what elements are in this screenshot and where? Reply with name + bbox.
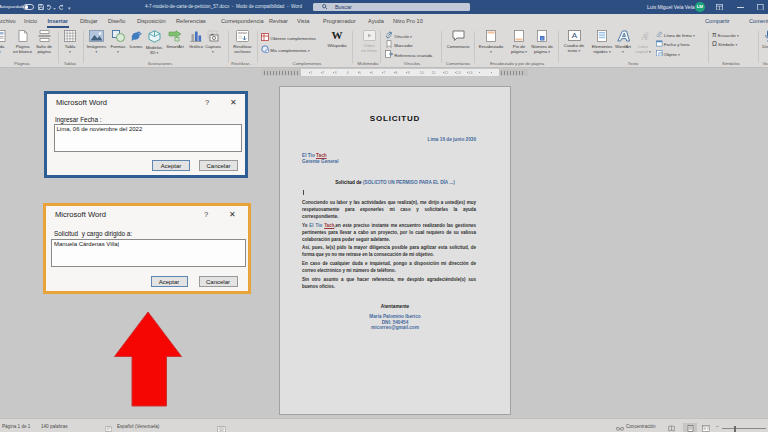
svg-text:A: A [571, 31, 577, 40]
